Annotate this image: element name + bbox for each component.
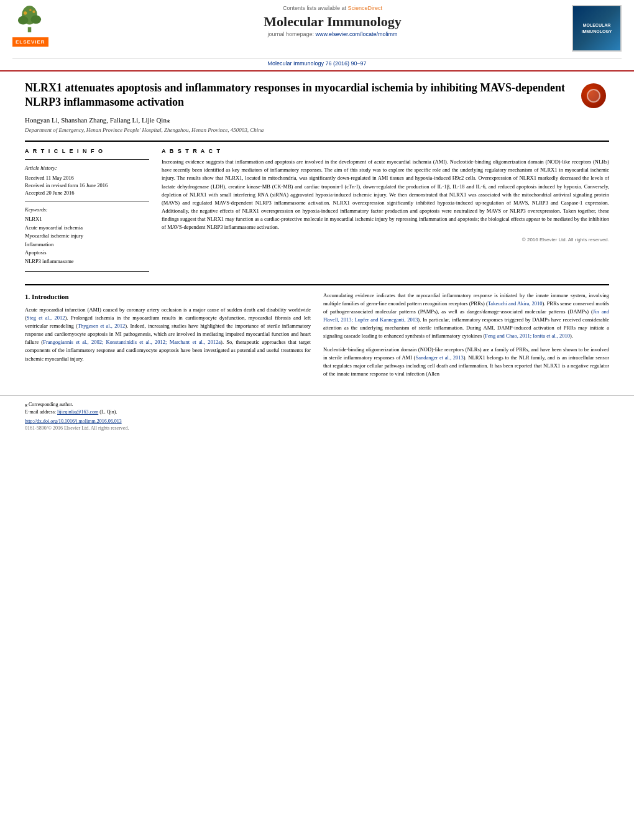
article-footer: ⁎ Corresponding author. E-mail address: … xyxy=(0,395,634,437)
body-right-col: Accumulating evidence indicates that the… xyxy=(323,292,609,384)
email-link[interactable]: lijieqinljq@163.com xyxy=(57,409,98,415)
page-wrapper: ELSEVIER Contents lists available at Sci… xyxy=(0,0,634,840)
issn-line: 0161-5890/© 2016 Elsevier Ltd. All right… xyxy=(25,425,609,431)
email-label: E-mail address: xyxy=(25,409,56,415)
elsevier-logo-area: ELSEVIER xyxy=(12,5,93,55)
section1-number: 1. xyxy=(25,293,30,300)
volume-line: Molecular Immunology 76 (2016) 90–97 xyxy=(12,58,622,70)
abstract-text: Increasing evidence suggests that inflam… xyxy=(162,158,609,232)
copyright-line: © 2016 Elsevier Ltd. All rights reserved… xyxy=(162,237,609,242)
journal-title: Molecular Immunology xyxy=(99,14,566,30)
authors-line: Hongyan Li, Shanshan Zhang, Faliang Li, … xyxy=(25,116,609,124)
takeuchi-ref-link[interactable]: Takeuchi and Akira, 2010 xyxy=(488,300,543,307)
crossmark-badge xyxy=(581,83,609,111)
doi-link[interactable]: http://dx.doi.org/10.1016/j.molimm.2016.… xyxy=(25,418,122,424)
journal-homepage-line: journal homepage: www.elsevier.com/locat… xyxy=(99,31,566,37)
keyword-1: NLRX1 xyxy=(25,215,149,224)
elsevier-tree-icon xyxy=(12,5,47,36)
email-person: (L. Qin). xyxy=(99,409,117,415)
body-section: 1. Introduction Acute myocardial infarct… xyxy=(25,292,609,384)
frango-ref-link[interactable]: Frangogiannis et al., 2002; Konstantinid… xyxy=(43,339,221,345)
homepage-label: journal homepage: xyxy=(267,31,314,37)
svg-point-4 xyxy=(24,11,27,15)
sciencedirect-line: Contents lists available at ScienceDirec… xyxy=(99,5,566,11)
keyword-3: Myocardial ischemic injury xyxy=(25,232,149,241)
body-right-para2: Nucleotide-binding oligomerization domai… xyxy=(323,346,609,379)
thick-divider-bottom xyxy=(25,284,609,285)
feng-ref-link[interactable]: Feng and Chao, 2011; Ionita et al., 2010 xyxy=(485,333,570,339)
revised-date: Received in revised form 16 June 2016 xyxy=(25,182,149,188)
homepage-url[interactable]: www.elsevier.com/locate/molimm xyxy=(316,31,398,37)
keywords-label: Keywords: xyxy=(25,206,149,213)
steg-ref-link[interactable]: Steg et al., 2012 xyxy=(27,315,65,321)
svg-point-5 xyxy=(32,11,35,13)
title-section: NLRX1 attenuates apoptosis and inflammat… xyxy=(25,81,609,111)
email-note: E-mail address: lijieqinljq@163.com (L. … xyxy=(25,408,609,416)
article-history-label: Article history: xyxy=(25,165,149,171)
svg-rect-0 xyxy=(28,27,32,32)
abstract-col: A B S T R A C T Increasing evidence sugg… xyxy=(162,148,609,277)
keyword-4: Inflammation xyxy=(25,241,149,249)
doi-line: http://dx.doi.org/10.1016/j.molimm.2016.… xyxy=(25,418,609,424)
author-star: ⁎ xyxy=(167,116,170,124)
affiliation-line: Department of Emergency, Henan Province … xyxy=(25,127,609,133)
section1-title: 1. Introduction xyxy=(25,292,311,302)
journal-center: Contents lists available at ScienceDirec… xyxy=(99,5,566,41)
crossmark-inner xyxy=(587,89,600,103)
article-info-col: A R T I C L E I N F O Article history: R… xyxy=(25,148,149,277)
info-divider xyxy=(25,159,149,160)
body-left-para1: Acute myocardial infarction (AMI) caused… xyxy=(25,306,311,363)
thygesen-ref-link[interactable]: Thygesen et al., 2012 xyxy=(78,323,125,329)
accepted-date: Accepted 20 June 2016 xyxy=(25,190,149,196)
contents-text: Contents lists available at xyxy=(283,5,346,11)
abstract-heading: A B S T R A C T xyxy=(162,148,609,154)
crossmark-icon xyxy=(581,83,606,108)
keyword-2: Acute myocardial ischemia xyxy=(25,224,149,233)
thick-divider-top xyxy=(25,141,609,142)
keyword-5: Apoptosis xyxy=(25,249,149,257)
keyword-6: NLRP3 inflammasome xyxy=(25,257,149,266)
body-right-para1: Accumulating evidence indicates that the… xyxy=(323,292,609,341)
svg-point-6 xyxy=(29,9,31,11)
keywords-divider xyxy=(25,201,149,201)
article-info-heading: A R T I C L E I N F O xyxy=(25,148,149,154)
section1-heading: Introduction xyxy=(32,293,69,300)
elsevier-logo-text: ELSEVIER xyxy=(12,37,48,47)
journal-logo-box: MOLECULAR IMMUNOLOGY xyxy=(572,5,622,52)
svg-point-2 xyxy=(18,16,29,25)
article-content: NLRX1 attenuates apoptosis and inflammat… xyxy=(0,72,634,395)
corresponding-note: ⁎ Corresponding author. xyxy=(25,401,609,408)
jin-ref-link[interactable]: Jin and Flavell, 2013; Lupfer and Kanneg… xyxy=(323,308,609,323)
received-date: Received 11 May 2016 xyxy=(25,175,149,181)
body-left-col: 1. Introduction Acute myocardial infarct… xyxy=(25,292,311,384)
authors-names: Hongyan Li, Shanshan Zhang, Faliang Li, … xyxy=(25,116,167,124)
journal-top-bar: ELSEVIER Contents lists available at Sci… xyxy=(12,5,622,55)
sciencedirect-link[interactable]: ScienceDirect xyxy=(348,5,383,11)
journal-header: ELSEVIER Contents lists available at Sci… xyxy=(0,0,634,72)
keywords-bottom-divider xyxy=(25,271,149,272)
article-title: NLRX1 attenuates apoptosis and inflammat… xyxy=(25,81,581,110)
sandanger-ref-link[interactable]: Sandanger et al., 2013 xyxy=(415,354,463,361)
svg-point-3 xyxy=(31,15,42,24)
corresponding-label: ⁎ Corresponding author. xyxy=(25,402,73,407)
journal-logo-text: MOLECULAR IMMUNOLOGY xyxy=(582,22,612,34)
elsevier-brand: ELSEVIER xyxy=(12,37,93,47)
article-info-abstract: A R T I C L E I N F O Article history: R… xyxy=(25,148,609,277)
